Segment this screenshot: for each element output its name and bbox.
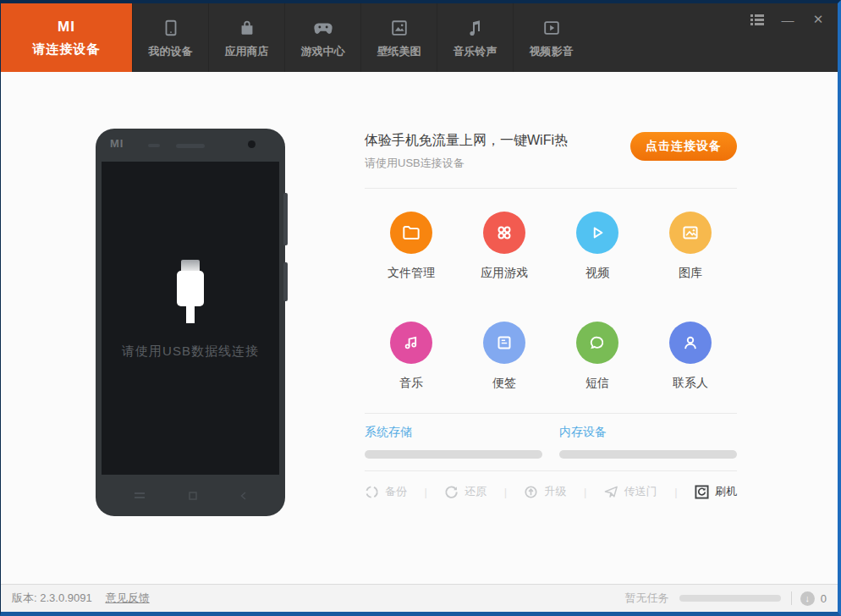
app-label: 图库 bbox=[679, 266, 702, 281]
phone-front-camera bbox=[248, 140, 256, 148]
phone-earpiece bbox=[148, 144, 160, 147]
tab-label: 应用商店 bbox=[225, 44, 269, 59]
storage-section: 系统存储 内存设备 bbox=[365, 414, 737, 459]
phone-power-button bbox=[283, 262, 288, 301]
toolbar-separator: | bbox=[424, 486, 426, 498]
phone-icon bbox=[162, 17, 180, 39]
usb-connect-hint: 请使用USB数据线连接 bbox=[122, 344, 259, 360]
folder-icon bbox=[390, 212, 432, 254]
connect-subtitle: 请使用USB连接设备 bbox=[365, 156, 568, 171]
promo-title: 体验手机免流量上网，一键WiFi热 bbox=[365, 132, 568, 150]
minimize-button[interactable]: — bbox=[780, 12, 795, 27]
task-status-label: 暂无任务 bbox=[625, 591, 669, 606]
note-icon bbox=[483, 322, 525, 364]
shopping-bag-icon bbox=[238, 17, 256, 39]
task-status-area: 暂无任务 ↓ 0 bbox=[625, 591, 827, 606]
phone-screen: 请使用USB数据线连接 bbox=[102, 162, 279, 475]
system-storage-label[interactable]: 系统存储 bbox=[365, 425, 542, 440]
chat-bubble-icon bbox=[576, 322, 618, 364]
bottom-toolbar: 备份 | 还原 | 升级 | bbox=[365, 484, 737, 499]
tab-label: 壁纸美图 bbox=[377, 44, 421, 59]
system-storage: 系统存储 bbox=[365, 425, 542, 459]
toolbar-separator: | bbox=[504, 486, 507, 498]
phone-illustration: MI 请使用USB数据线连接 bbox=[96, 129, 285, 516]
tab-connect-device[interactable]: MI 请连接设备 bbox=[1, 3, 132, 72]
app-apps-games[interactable]: 应用游戏 bbox=[458, 212, 551, 281]
tab-label: 我的设备 bbox=[149, 44, 193, 59]
upgrade-icon bbox=[524, 485, 538, 499]
internal-storage-label[interactable]: 内存设备 bbox=[559, 425, 737, 440]
app-label: 视频 bbox=[585, 266, 609, 281]
right-panel: 体验手机免流量上网，一键WiFi热 请使用USB连接设备 点击连接设备 文件管理 bbox=[365, 72, 737, 584]
app-file-manager[interactable]: 文件管理 bbox=[365, 212, 458, 281]
panel-header: 体验手机免流量上网，一键WiFi热 请使用USB连接设备 点击连接设备 bbox=[365, 132, 737, 171]
app-label: 文件管理 bbox=[388, 266, 435, 281]
restore-icon bbox=[444, 485, 459, 499]
flash-button[interactable]: 刷机 bbox=[695, 484, 737, 499]
apps-grid-icon bbox=[483, 212, 525, 254]
mi-logo: MI bbox=[58, 19, 75, 36]
picture-icon bbox=[390, 17, 409, 39]
tab-wallpaper[interactable]: 壁纸美图 bbox=[360, 3, 437, 72]
mi-pc-suite-window: MI 请连接设备 我的设备 应用商店 游戏中心 壁纸美图 bbox=[0, 0, 841, 616]
tab-my-device[interactable]: 我的设备 bbox=[132, 3, 208, 72]
divider bbox=[365, 470, 737, 471]
app-label: 应用游戏 bbox=[481, 266, 528, 281]
paper-plane-icon bbox=[604, 485, 618, 499]
gamepad-icon bbox=[313, 17, 333, 39]
main-content: MI 请使用USB数据线连接 bbox=[1, 72, 838, 584]
app-shortcut-grid: 文件管理 应用游戏 视频 bbox=[365, 189, 737, 391]
toolbar-separator: | bbox=[584, 486, 586, 498]
tab-video[interactable]: 视频影音 bbox=[513, 3, 589, 72]
close-button[interactable]: ✕ bbox=[811, 12, 826, 27]
play-icon bbox=[576, 212, 618, 254]
toolbar-separator: | bbox=[674, 486, 677, 498]
phone-nav-buttons bbox=[96, 475, 285, 516]
menu-list-icon[interactable] bbox=[750, 12, 765, 27]
tab-app-store[interactable]: 应用商店 bbox=[208, 3, 284, 72]
usb-plug-icon bbox=[177, 260, 204, 323]
restore-button[interactable]: 还原 bbox=[444, 484, 486, 499]
footer-separator bbox=[791, 591, 792, 605]
internal-storage-bar bbox=[559, 450, 737, 459]
phone-volume-button bbox=[283, 193, 288, 245]
app-contacts[interactable]: 联系人 bbox=[644, 322, 737, 391]
music-note-icon bbox=[467, 17, 484, 39]
tab-music-ringtone[interactable]: 音乐铃声 bbox=[437, 3, 513, 72]
tab-label: 视频影音 bbox=[530, 44, 574, 59]
device-illustration-area: MI 请使用USB数据线连接 bbox=[1, 72, 365, 584]
phone-back-icon bbox=[240, 492, 246, 500]
music-icon bbox=[390, 322, 432, 364]
backup-icon bbox=[365, 485, 379, 499]
status-bar: 版本: 2.3.0.9091 意见反馈 暂无任务 ↓ 0 bbox=[1, 584, 838, 612]
flash-icon bbox=[695, 485, 709, 499]
download-icon[interactable]: ↓ bbox=[800, 591, 815, 606]
window-controls: — ✕ bbox=[750, 12, 826, 27]
portal-button[interactable]: 传送门 bbox=[604, 484, 657, 499]
app-label: 短信 bbox=[585, 376, 609, 391]
backup-button[interactable]: 备份 bbox=[365, 484, 407, 499]
tab-game-center[interactable]: 游戏中心 bbox=[284, 3, 360, 72]
upgrade-button[interactable]: 升级 bbox=[524, 484, 566, 499]
app-music[interactable]: 音乐 bbox=[365, 322, 458, 391]
tab-label: 游戏中心 bbox=[301, 44, 345, 59]
top-navbar: MI 请连接设备 我的设备 应用商店 游戏中心 壁纸美图 bbox=[1, 3, 838, 72]
version-label: 版本: 2.3.0.9091 bbox=[12, 591, 92, 606]
tab-label: 音乐铃声 bbox=[453, 44, 497, 59]
internal-storage: 内存设备 bbox=[559, 425, 737, 459]
download-count: 0 bbox=[821, 592, 827, 605]
app-video[interactable]: 视频 bbox=[551, 212, 644, 281]
app-label: 音乐 bbox=[399, 376, 423, 391]
app-gallery[interactable]: 图库 bbox=[644, 212, 737, 281]
app-sms[interactable]: 短信 bbox=[551, 322, 644, 391]
connect-device-button[interactable]: 点击连接设备 bbox=[630, 132, 737, 161]
app-notes[interactable]: 便签 bbox=[458, 322, 551, 391]
system-storage-bar bbox=[365, 450, 542, 459]
app-label: 联系人 bbox=[673, 376, 708, 391]
feedback-link[interactable]: 意见反馈 bbox=[106, 591, 150, 606]
connect-device-label: 请连接设备 bbox=[33, 41, 101, 58]
phone-menu-icon bbox=[135, 492, 145, 499]
task-progress-bar bbox=[679, 595, 781, 602]
phone-home-icon bbox=[189, 492, 197, 500]
phone-speaker-slit bbox=[176, 144, 205, 148]
